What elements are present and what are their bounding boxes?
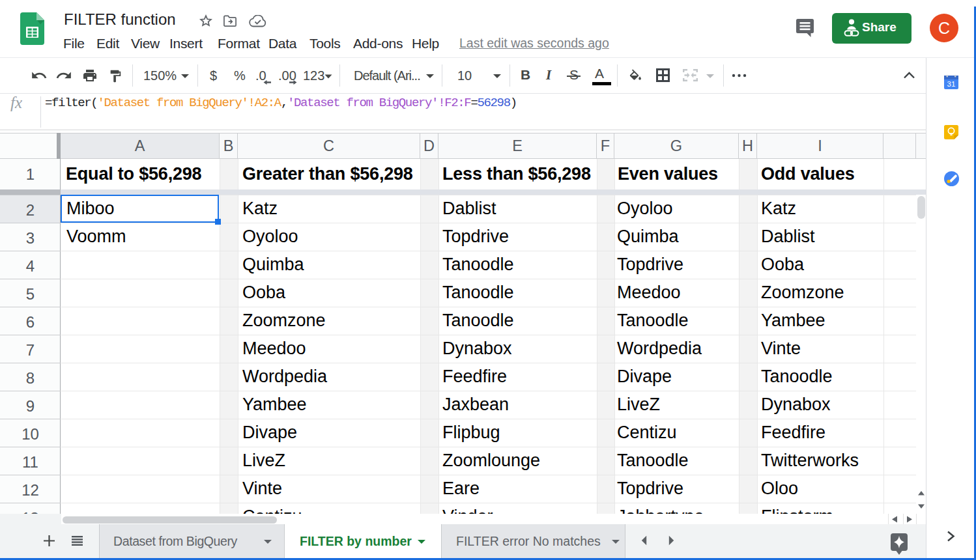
svg-text:31: 31 <box>947 80 956 88</box>
